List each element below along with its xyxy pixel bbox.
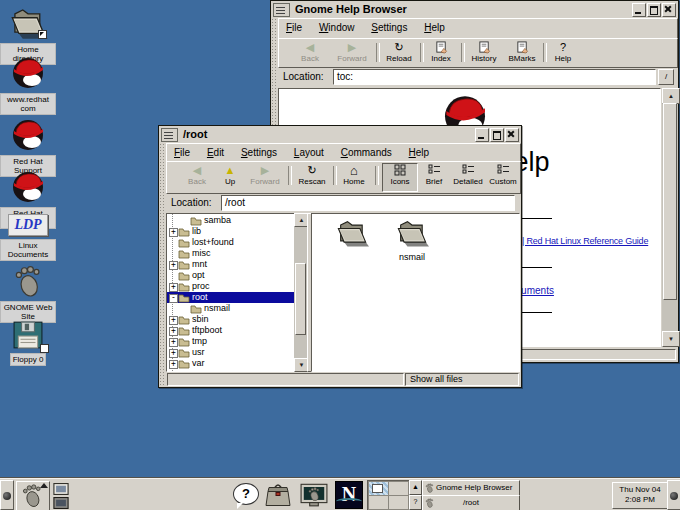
menu-help[interactable]: Help <box>402 144 437 160</box>
expander-icon[interactable]: + <box>169 349 178 358</box>
desktop-pager[interactable] <box>367 480 411 510</box>
terminal-launcher[interactable] <box>300 481 328 509</box>
location-dropdown-button[interactable]: / <box>658 69 674 85</box>
detailed-view-button[interactable]: Detailed <box>450 164 486 186</box>
menu-window[interactable]: Window <box>312 19 362 35</box>
desktop-icon-linux-documents[interactable]: LDP Linux Documents <box>0 214 56 261</box>
home-button[interactable]: ⌂ Home <box>338 164 370 186</box>
rescan-button[interactable]: ↻ Rescan <box>294 164 330 186</box>
expander-icon[interactable]: + <box>169 261 178 270</box>
menu-help[interactable]: Help <box>417 19 452 35</box>
tree-item-samba[interactable]: samba <box>167 215 295 226</box>
scroll-down-icon[interactable]: ▼ <box>662 331 680 347</box>
maximize-button[interactable] <box>490 128 504 142</box>
clock-time: 2:08 PM <box>613 495 667 505</box>
pager-desk-1-active[interactable] <box>368 481 389 496</box>
panel-hide-left-button[interactable] <box>0 480 14 510</box>
tree-item-tftpboot[interactable]: + tftpboot <box>167 325 295 336</box>
back-button[interactable]: ◀ Back <box>292 41 328 63</box>
expander-icon[interactable]: + <box>169 327 178 336</box>
config-tool-launcher[interactable] <box>264 481 292 509</box>
tree-item-proc[interactable]: + proc <box>167 281 295 292</box>
pager-up-button[interactable]: ▲ <box>409 480 422 495</box>
file-toolbar: ◀ Back ▲ Up ▶ Forward ↻ Rescan ⌂ Home <box>166 161 521 194</box>
tree-scrollbar[interactable]: ▲ ▼ <box>294 213 307 372</box>
file-icon-pane[interactable]: nsmail <box>311 213 520 372</box>
minimize-button[interactable] <box>632 3 646 17</box>
help-button[interactable]: ? Help <box>548 41 578 63</box>
maximize-button[interactable] <box>647 3 661 17</box>
toolbox-icon <box>264 481 292 508</box>
tree-item-lib[interactable]: + lib <box>167 226 295 237</box>
clock-applet[interactable]: Thu Nov 04 2:08 PM <box>612 482 668 509</box>
history-button[interactable]: History <box>466 41 502 63</box>
forward-button[interactable]: ▶ Forward <box>245 164 285 186</box>
menu-commands[interactable]: Commands <box>334 144 399 160</box>
desktop-icon-floppy[interactable]: Floppy 0 <box>0 320 56 366</box>
file-window-titlebar[interactable]: /root <box>159 126 521 144</box>
expander-icon[interactable]: + <box>169 338 178 347</box>
window-menu-icon[interactable] <box>161 128 178 142</box>
monitor-applet[interactable] <box>53 495 69 510</box>
close-button[interactable] <box>505 128 519 142</box>
directory-tree-pane[interactable]: samba + lib lost+found misc + <box>166 213 296 372</box>
menu-layout[interactable]: Layout <box>287 144 331 160</box>
tree-item-lost-found[interactable]: lost+found <box>167 237 295 248</box>
tree-item-var[interactable]: + var <box>167 358 295 369</box>
menu-settings[interactable]: Settings <box>234 144 284 160</box>
location-input[interactable]: toc: <box>333 69 656 85</box>
scroll-up-icon[interactable]: ▲ <box>662 88 680 104</box>
minimize-button[interactable] <box>475 128 489 142</box>
panel-hide-right-button[interactable] <box>667 480 680 510</box>
menu-file[interactable]: File <box>167 144 197 160</box>
brief-view-button[interactable]: Brief <box>420 164 448 186</box>
back-button[interactable]: ◀ Back <box>181 164 213 186</box>
file-item-nsmail[interactable]: nsmail <box>386 218 438 262</box>
tree-item-nsmail[interactable]: nsmail <box>167 303 295 314</box>
close-button[interactable] <box>662 3 676 17</box>
tree-item-mnt[interactable]: + mnt <box>167 259 295 270</box>
scrollbar-thumb[interactable] <box>663 103 677 300</box>
tree-item-opt[interactable]: opt <box>167 270 295 281</box>
index-button[interactable]: Index <box>425 41 457 63</box>
custom-view-button[interactable]: Custom <box>485 164 521 186</box>
file-item[interactable] <box>326 218 378 252</box>
expander-icon[interactable]: + <box>169 228 178 237</box>
netscape-launcher[interactable]: N <box>335 481 363 509</box>
pager-desk-4[interactable] <box>388 495 409 510</box>
tree-item-sbin[interactable]: + sbin <box>167 314 295 325</box>
expander-icon[interactable]: + <box>169 283 178 292</box>
tree-item-misc[interactable]: misc <box>167 248 295 259</box>
expander-icon[interactable]: + <box>169 316 178 325</box>
tree-item-root-selected[interactable]: - root <box>167 292 295 303</box>
reference-guide-link[interactable]: | Red Hat Linux Reference Guide <box>522 236 648 246</box>
bmarks-button[interactable]: BMarks <box>504 41 540 63</box>
forward-button[interactable]: ▶ Forward <box>331 41 373 63</box>
tree-item-tmp[interactable]: + tmp <box>167 336 295 347</box>
home-icon: ⌂ <box>338 164 370 177</box>
help-scrollbar[interactable]: ▲ ▼ <box>662 88 678 347</box>
expander-icon[interactable]: + <box>169 360 178 369</box>
menu-file[interactable]: File <box>279 19 309 35</box>
expander-icon[interactable]: - <box>169 294 178 303</box>
up-button[interactable]: ▲ Up <box>217 164 243 186</box>
task-button-help-browser[interactable]: Gnome Help Browser <box>422 480 520 496</box>
scrollbar-thumb[interactable] <box>295 263 306 335</box>
menu-edit[interactable]: Edit <box>200 144 231 160</box>
desktop-icon-gnome-web-site[interactable]: GNOME Web Site <box>0 264 56 323</box>
help-launcher[interactable]: ? <box>233 481 261 509</box>
pager-desk-2[interactable] <box>388 481 409 496</box>
icons-view-button[interactable]: Icons <box>382 163 418 192</box>
location-input[interactable]: /root <box>221 195 515 211</box>
file-main-area: samba + lib lost+found misc + <box>166 213 521 372</box>
window-menu-icon[interactable] <box>273 3 290 17</box>
main-menu-button[interactable] <box>16 481 50 510</box>
tree-item-usr[interactable]: + usr <box>167 347 295 358</box>
reload-button[interactable]: ↻ Reload <box>381 41 417 63</box>
pager-desk-3[interactable] <box>368 495 389 510</box>
menu-settings[interactable]: Settings <box>364 19 414 35</box>
desktop-icon-www-redhat-com[interactable]: www.redhat com <box>0 54 56 115</box>
task-button-root[interactable]: /root <box>422 495 520 510</box>
help-window-titlebar[interactable]: Gnome Help Browser <box>271 1 678 19</box>
pager-question-button[interactable]: ? <box>409 495 422 510</box>
